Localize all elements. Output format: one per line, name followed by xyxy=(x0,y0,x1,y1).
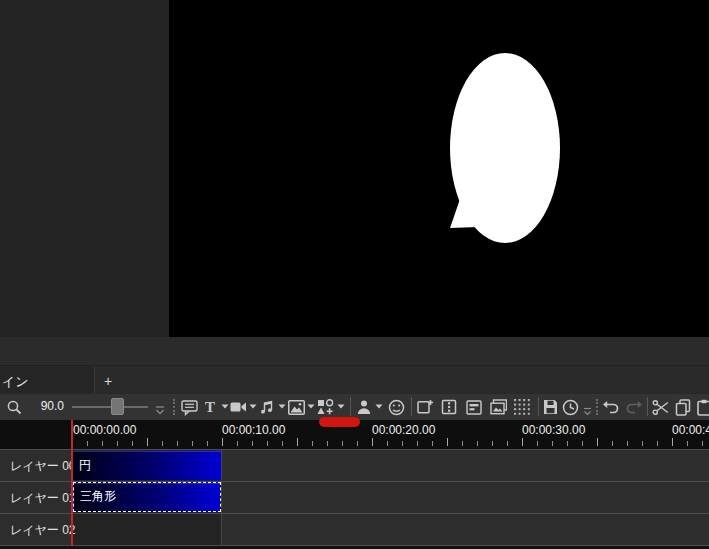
paste-button[interactable] xyxy=(697,397,709,417)
toolbar-separator xyxy=(411,397,412,416)
video-item-dropdown-icon[interactable] xyxy=(249,404,257,409)
video-item-button[interactable] xyxy=(230,397,247,417)
image-item-dropdown-icon[interactable] xyxy=(307,404,315,409)
timeline-zoom-icon xyxy=(6,397,23,417)
image-item-button[interactable] xyxy=(288,397,305,417)
layer-label-02: レイヤー 02 xyxy=(10,522,76,539)
annotation-highlight xyxy=(319,417,360,427)
add-tab-button[interactable]: + xyxy=(98,367,118,394)
tachie-item-button[interactable] xyxy=(356,397,372,417)
ruler-label: 00:00:20.00 xyxy=(372,423,435,437)
toolbar-separator xyxy=(350,397,351,416)
toolbar-separator xyxy=(596,399,598,415)
collapse-icon[interactable] xyxy=(582,401,593,421)
timeline-zoom-slider-track[interactable] xyxy=(72,406,148,408)
row-separator xyxy=(0,545,709,546)
voice-item-icon[interactable] xyxy=(181,397,199,417)
audio-item-dropdown-icon[interactable] xyxy=(278,404,286,409)
timeline-zoom-value: 90.0 xyxy=(28,399,64,413)
timeline-tab-bar: イン + xyxy=(0,365,709,394)
speech-bubble-shape xyxy=(169,0,709,337)
undo-button[interactable] xyxy=(602,397,620,417)
timeline-item-circle[interactable]: 円 xyxy=(73,451,221,480)
cut-button[interactable] xyxy=(652,397,669,417)
layer-label-00: レイヤー 00 xyxy=(10,458,76,475)
timeline-item-triangle[interactable]: 三角形 xyxy=(73,482,221,512)
toolbar-separator xyxy=(647,397,648,416)
shape-item-button[interactable] xyxy=(317,397,334,417)
ruler-label: 00:00:10.00 xyxy=(222,423,285,437)
subtitle-item-button[interactable] xyxy=(466,397,482,417)
timeline-gridline-10s xyxy=(221,449,222,546)
shape-item-dropdown-icon[interactable] xyxy=(337,404,345,409)
layer-label-01: レイヤー 01 xyxy=(10,490,76,507)
text-item-button[interactable]: T xyxy=(205,397,215,417)
filmstrip-item-button[interactable] xyxy=(441,397,457,417)
video-preview[interactable] xyxy=(169,0,709,337)
toolbar-separator xyxy=(173,399,175,415)
row-separator xyxy=(0,513,709,514)
video-editor-app: x 1.0 xyxy=(0,0,709,549)
grid-item-button[interactable] xyxy=(514,397,530,417)
ruler-label: 00:00:4 xyxy=(672,423,709,437)
toolbar-separator xyxy=(538,397,539,416)
ruler-label: 00:00:30.00 xyxy=(522,423,585,437)
tab-main-label: イン xyxy=(2,373,29,391)
tachie-item-dropdown-icon[interactable] xyxy=(375,404,383,409)
text-item-dropdown-icon[interactable] xyxy=(221,404,229,409)
ruler-major-ticks xyxy=(72,438,709,446)
redo-button[interactable] xyxy=(625,397,643,417)
effect-item-button[interactable] xyxy=(417,397,434,417)
audio-item-button[interactable] xyxy=(259,397,274,417)
scene-item-button[interactable] xyxy=(490,397,507,417)
clock-button[interactable] xyxy=(562,397,579,417)
zoom-collapse-icon[interactable] xyxy=(154,400,166,420)
save-button[interactable] xyxy=(543,397,558,417)
timeline-zoom-slider-handle[interactable] xyxy=(111,398,124,415)
left-side-panel xyxy=(0,0,169,337)
transport-bar: x 1.0 xyxy=(0,337,709,365)
row-separator xyxy=(0,449,709,450)
playhead[interactable] xyxy=(71,420,73,546)
copy-button[interactable] xyxy=(675,397,691,417)
expression-item-button[interactable] xyxy=(388,397,405,417)
ruler-label: 00:00:00.00 xyxy=(73,423,136,437)
